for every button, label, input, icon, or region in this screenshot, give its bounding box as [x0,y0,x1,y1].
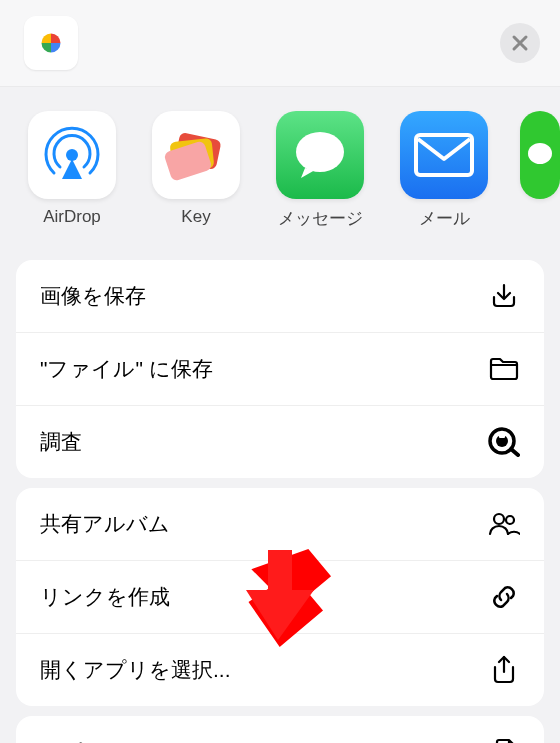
people-icon [488,508,520,540]
app-label: メッセージ [278,207,363,230]
share-sheet-header [0,0,560,87]
save-image-item[interactable]: 画像を保存 [16,260,544,333]
close-icon [511,34,529,52]
svg-rect-5 [416,135,472,175]
apps-row: AirDrop Key メッセージ メール [0,87,560,250]
copy-item[interactable]: コピー [16,716,544,743]
link-icon [488,581,520,613]
app-airdrop[interactable]: AirDrop [24,111,120,230]
app-label: Key [181,207,210,227]
inspect-icon [488,426,520,458]
close-button[interactable] [500,23,540,63]
app-label: AirDrop [43,207,101,227]
action-label: 画像を保存 [40,282,146,310]
action-label: リンクを作成 [40,583,170,611]
app-label: メール [419,207,470,230]
action-label: コピー [40,738,105,743]
line-icon [520,111,560,199]
action-group-1: 画像を保存 "ファイル" に保存 調査 [16,260,544,478]
app-line[interactable] [520,111,560,230]
messages-icon [276,111,364,199]
action-label: 調査 [40,428,82,456]
app-key[interactable]: Key [148,111,244,230]
copy-icon [488,736,520,743]
key-icon [152,111,240,199]
mail-icon [400,111,488,199]
app-messages[interactable]: メッセージ [272,111,368,230]
save-to-files-item[interactable]: "ファイル" に保存 [16,333,544,406]
app-mail[interactable]: メール [396,111,492,230]
svg-point-6 [528,143,552,164]
action-label: 共有アルバム [40,510,170,538]
action-label: "ファイル" に保存 [40,355,213,383]
folder-icon [488,353,520,385]
download-icon [488,280,520,312]
airdrop-icon [28,111,116,199]
svg-point-4 [296,132,344,172]
svg-point-11 [494,514,504,524]
investigate-item[interactable]: 調査 [16,406,544,478]
action-label: 開くアプリを選択... [40,656,231,684]
action-group-3: コピー [16,716,544,743]
annotation-arrow [244,548,334,648]
svg-point-12 [506,516,514,524]
svg-rect-10 [499,434,505,438]
google-photos-icon [24,16,78,70]
share-icon [488,654,520,686]
